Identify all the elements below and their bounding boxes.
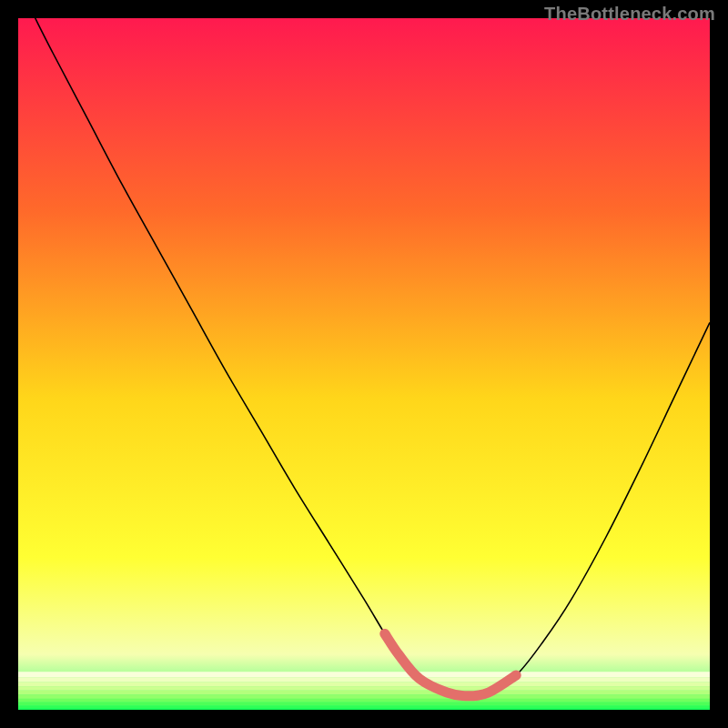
chart-frame: TheBottleneck.com xyxy=(0,0,728,728)
plot-area xyxy=(18,18,710,710)
svg-rect-0 xyxy=(18,18,710,710)
background-gradient xyxy=(18,18,710,710)
watermark-text: TheBottleneck.com xyxy=(544,4,715,25)
